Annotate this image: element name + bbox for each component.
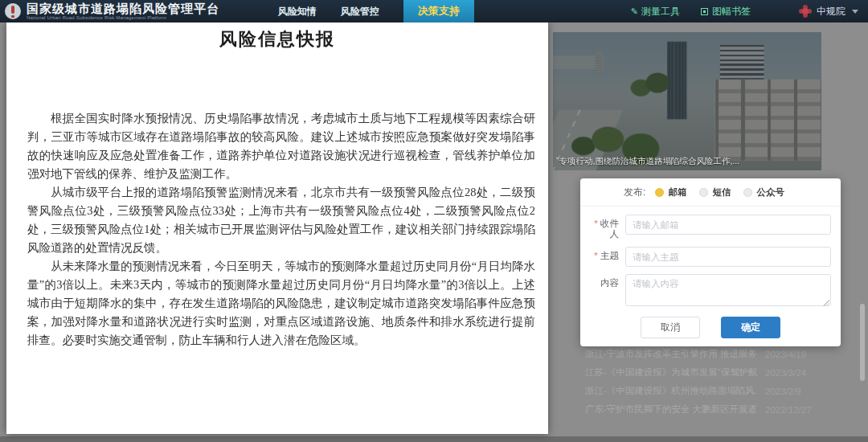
measure-tool-button[interactable]: ✎ 测量工具: [631, 5, 680, 18]
platform-logo-icon: [5, 3, 21, 19]
news-title: 江苏-《中国建设报》为城市发展“保驾护航...: [585, 366, 758, 379]
subject-field-row: 主题: [585, 247, 831, 267]
map-bookmark-button[interactable]: 图幅书签: [701, 5, 751, 18]
news-list-item[interactable]: 浙江-宁波市发挥改革主引擎作用 推进服务... 2023/4/19: [555, 345, 862, 363]
news-date: 2023/2/9: [765, 387, 801, 396]
news-title: 浙江-《中国建设报》杭州推动路面塌陷风...: [585, 385, 758, 397]
radio-dot-icon: [655, 188, 664, 197]
resize-handle-icon[interactable]: [823, 300, 829, 306]
page-bottom-edge: [0, 436, 868, 442]
risk-bulletin-panel: 风险信息快报 根据全国实时降水预报情况、历史塌陷事故情况，考虑城市土质与地下工程…: [6, 23, 548, 434]
news-list-item[interactable]: 广东-守护市民脚下的安全 大鹏新区开展道... 2022/12/27: [555, 400, 862, 419]
news-photo[interactable]: ”专项行动,围绕防治城市道路塌陷综合风险工作,...: [553, 32, 821, 170]
scrollbar[interactable]: [860, 304, 865, 381]
chevron-down-icon: [852, 10, 858, 14]
publish-channel-row: 发布: 邮箱 短信 公众号: [580, 178, 841, 206]
channel-radio-sms[interactable]: 短信: [699, 186, 731, 198]
bookmark-icon: [701, 8, 708, 15]
bulletin-body: 根据全国实时降水预报情况、历史塌陷事故情况，考虑城市土质与地下工程规模等因素综合…: [27, 109, 535, 350]
platform-title: 国家级城市道路塌陷风险管理平台: [27, 2, 219, 14]
photo-caption: ”专项行动,围绕防治城市道路塌陷综合风险工作,...: [556, 156, 818, 167]
nav-risk-awareness[interactable]: 风险知情: [278, 5, 317, 18]
recipient-field-row: 收件人: [585, 215, 831, 239]
caupd-knot-logo-icon: [802, 8, 809, 14]
news-title: 浙江-宁波市发挥改革主引擎作用 推进服务...: [585, 348, 758, 360]
channel-radio-official-account[interactable]: 公众号: [743, 186, 784, 198]
news-list-item[interactable]: 浙江-《中国建设报》杭州推动路面塌陷风... 2023/2/9: [555, 382, 862, 400]
pencil-icon: ✎: [631, 6, 638, 17]
org-name: 中规院: [817, 5, 845, 18]
news-title: 广东-守护市民脚下的安全 大鹏新区开展道...: [585, 403, 758, 415]
platform-subtitle: National Urban Road Subsidence Risk Mana…: [27, 15, 219, 20]
nav-decision-support[interactable]: 决策支持: [403, 0, 474, 23]
news-date: 2023/3/24: [765, 368, 806, 378]
news-date: 2022/12/27: [765, 405, 812, 415]
bulletin-paragraph: 从城市级平台上报的道路塌陷预警监测情况来看，北京市共有一级预警风险点位28处，二…: [27, 183, 535, 257]
publish-dialog: 发布: 邮箱 短信 公众号 收件人 主题 内容: [580, 178, 841, 346]
cancel-button[interactable]: 取消: [641, 317, 700, 338]
main-nav: 风险知情 风险管控 决策支持: [278, 0, 474, 23]
recipient-input[interactable]: [625, 215, 831, 235]
app-window: ”专项行动,围绕防治城市道路塌陷综合风险工作,... 北京-我所牵头的重大研发计…: [0, 0, 868, 442]
confirm-button[interactable]: 确定: [721, 317, 780, 338]
radio-dot-icon: [699, 188, 708, 197]
content-field-row: 内容: [585, 274, 831, 309]
radio-dot-icon: [743, 188, 752, 197]
top-navigation-bar: 国家级城市道路塌陷风险管理平台 National Urban Road Subs…: [0, 0, 868, 23]
bulletin-title: 风险信息快报: [6, 27, 548, 51]
news-date: 2023/4/19: [765, 350, 806, 359]
dim-overlay: [553, 32, 821, 170]
nav-risk-control[interactable]: 风险管控: [341, 5, 379, 18]
content-label: 内容: [585, 274, 619, 289]
subject-label: 主题: [585, 247, 619, 261]
recipient-label: 收件人: [585, 215, 619, 239]
user-org-menu[interactable]: 中规院: [802, 5, 858, 18]
platform-brand: 国家级城市道路塌陷风险管理平台 National Urban Road Subs…: [27, 2, 219, 20]
bulletin-paragraph: 根据全国实时降水预报情况、历史塌陷事故情况，考虑城市土质与地下工程规模等因素综合…: [27, 109, 535, 183]
dialog-buttons: 取消 确定: [580, 317, 841, 338]
content-textarea[interactable]: [625, 274, 831, 306]
subject-input[interactable]: [625, 247, 831, 267]
bulletin-paragraph: 从未来降水量的预测情况来看，今日至明天，等城市的预测降水量超过历史同月份“月日均…: [27, 257, 535, 350]
news-list-item[interactable]: 江苏-《中国建设报》为城市发展“保驾护航... 2023/3/24: [555, 363, 862, 382]
divider: [580, 206, 841, 207]
toolbar: ✎ 测量工具 图幅书签: [631, 5, 772, 18]
channel-radio-email[interactable]: 邮箱: [655, 186, 686, 198]
publish-label: 发布:: [624, 186, 645, 199]
